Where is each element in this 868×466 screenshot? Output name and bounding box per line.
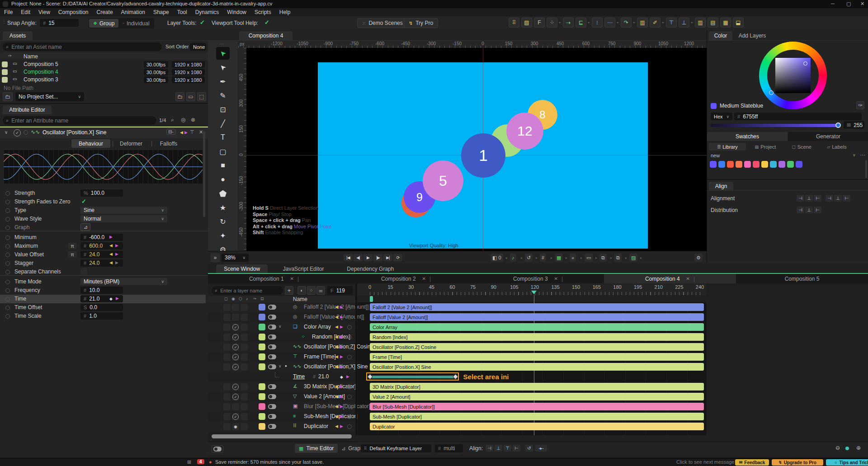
tab-falloffs[interactable]: Falloffs: [153, 139, 184, 148]
close-tab-icon[interactable]: ✕: [290, 276, 294, 281]
color-swatch[interactable]: [727, 161, 734, 168]
connection-dot[interactable]: [5, 226, 10, 230]
polygon-tool[interactable]: [216, 187, 230, 200]
loop-button[interactable]: ⟳: [393, 254, 402, 261]
close-tab-icon[interactable]: ✕: [686, 276, 690, 281]
layer-toggle-cell[interactable]: [223, 314, 231, 321]
chevron-right-icon[interactable]: ▸: [595, 256, 597, 260]
rows-icon[interactable]: ▤: [708, 18, 718, 28]
chevron-down-icon[interactable]: ∨: [278, 324, 282, 329]
chevron-down-icon[interactable]: ∨: [5, 130, 8, 135]
timeline-bar[interactable]: 3D Matrix [Duplicator]: [370, 383, 704, 391]
stack-view-icon[interactable]: ⧉: [614, 254, 622, 262]
layer-toggle-cell[interactable]: [241, 383, 248, 391]
alignment-button-1[interactable]: ⊣: [797, 195, 804, 202]
layer-visibility-toggle[interactable]: [268, 414, 276, 419]
magenta-arrow-icon[interactable]: ▶: [115, 252, 118, 256]
connection-dot[interactable]: [5, 288, 10, 293]
yellow-arrow-icon[interactable]: ◀: [109, 261, 113, 265]
layer-toggle-cell[interactable]: [223, 304, 231, 311]
asset-color-chip[interactable]: [2, 69, 8, 75]
attribute-field[interactable]: %100.0: [80, 189, 123, 197]
layer-row-time-attribute[interactable]: Time#21.0◆▶: [208, 372, 357, 382]
prev-keyframe-icon[interactable]: ◀: [180, 131, 183, 135]
layer-color-chip[interactable]: [259, 344, 265, 350]
close-tab-icon[interactable]: ✕: [554, 276, 558, 281]
monitor-button[interactable]: ▭: [186, 92, 195, 101]
layer-row[interactable]: ✓▽Value 2 [Amount]◀▶: [208, 392, 357, 402]
alpha-slider-handle[interactable]: [835, 122, 841, 128]
tab-swatches[interactable]: Swatches: [707, 132, 788, 141]
keyframe-circle-icon[interactable]: [347, 305, 352, 310]
keyframe-circle-icon[interactable]: [347, 414, 352, 419]
footer-align-button-2[interactable]: ⊥: [495, 445, 502, 452]
alignment-button-3[interactable]: ⊢: [814, 195, 821, 202]
layer-row[interactable]: ✓∿∿Oscillator [Position.Z] Cosine◀▶: [208, 342, 357, 352]
layer-visibility-toggle[interactable]: [268, 404, 276, 409]
align-flag-icon[interactable]: ⊑: [576, 18, 586, 28]
keyframe-diamond-icon[interactable]: ◆: [109, 297, 113, 301]
tab-color[interactable]: Color: [709, 31, 732, 40]
current-frame-field[interactable]: F119: [327, 286, 353, 295]
layer-toggle-cell[interactable]: [241, 324, 248, 331]
menu-item-edit[interactable]: Edit: [17, 9, 34, 15]
asset-row[interactable]: ▭Composition 430.00fps1920 x 1080: [0, 68, 208, 76]
attribute-field[interactable]: #-600.0▶: [80, 234, 123, 241]
rotate-tool[interactable]: ↻: [216, 215, 230, 228]
folder-button[interactable]: 🗀: [175, 92, 184, 101]
pencil-tool[interactable]: ✎: [216, 89, 230, 102]
timeline-bar[interactable]: Duplicator: [370, 423, 704, 430]
tips-and-tricks-button[interactable]: ☼Tips and Tricks: [826, 459, 868, 466]
fast-forward-icon[interactable]: »: [570, 254, 576, 262]
connection-dot[interactable]: [5, 280, 10, 284]
upgrade-to-pro-button[interactable]: ↯Upgrade to Pro: [772, 459, 823, 466]
comp-tab-4[interactable]: Composition 4✕|: [604, 274, 736, 283]
scatter-icon[interactable]: ⁘: [547, 18, 557, 28]
layer-toggle-cell[interactable]: [241, 403, 248, 410]
split-view-icon[interactable]: ⧉: [599, 254, 607, 262]
pi-badge[interactable]: π: [68, 251, 77, 258]
tab-library[interactable]: ☰Library: [709, 143, 746, 151]
layer-color-chip[interactable]: [259, 353, 265, 360]
layer-toggle-cell[interactable]: [241, 413, 248, 420]
zoom-in-icon[interactable]: ⊕: [856, 445, 861, 451]
color-swatch[interactable]: [770, 161, 777, 168]
layer-visibility-toggle[interactable]: [268, 325, 276, 329]
chevron-right-icon[interactable]: ▸: [506, 256, 508, 260]
attribute-row-strength-fades-to-zero[interactable]: Strength Fades to Zero✓: [0, 198, 206, 206]
attribute-field[interactable]: #1.0: [80, 312, 123, 320]
tab-scene[interactable]: ▢Scene: [785, 143, 818, 151]
align-top-icon[interactable]: ⊤: [666, 18, 677, 28]
distribution-button-2[interactable]: ⊥: [805, 207, 813, 213]
select-tool[interactable]: ➤: [216, 47, 230, 60]
chevron-right-icon[interactable]: ▸: [625, 256, 627, 260]
layer-tools-check[interactable]: ✓: [200, 19, 205, 26]
chevron-right-icon[interactable]: ▸: [617, 20, 619, 24]
magenta-arrow-icon[interactable]: ▶: [115, 244, 118, 248]
lasso-icon[interactable]: ✐: [650, 18, 660, 28]
layer-toggle-cell[interactable]: [223, 363, 231, 371]
layer-toggle-cell[interactable]: ✓: [232, 413, 239, 420]
next-keyframe-icon[interactable]: ▶: [340, 414, 343, 419]
chevron-right-icon[interactable]: ▸: [640, 256, 642, 260]
trash-button[interactable]: ⬚: [197, 92, 206, 101]
layer-toggle-cell[interactable]: [223, 334, 231, 341]
selection-box[interactable]: [366, 372, 459, 381]
attribute-dropdown[interactable]: Normal∨: [80, 215, 167, 222]
alignment-button-5[interactable]: ⊥: [834, 195, 842, 202]
tab-add-layers[interactable]: Add Layers: [733, 31, 771, 40]
menu-item-help[interactable]: Help: [275, 9, 295, 15]
menu-item-dynamics[interactable]: Dynamics: [191, 9, 223, 15]
timeline-bar[interactable]: Falloff [Value 2 [Amount]]: [370, 313, 704, 321]
menu-item-scripts[interactable]: Scripts: [250, 9, 275, 15]
layer-toggle-cell[interactable]: [232, 403, 239, 410]
transform-tool[interactable]: ▢: [216, 145, 230, 158]
chevron-right-icon[interactable]: ▸: [559, 20, 561, 24]
zoom-out-icon[interactable]: ⊖: [835, 445, 840, 451]
clapper-icon[interactable]: ⬓: [733, 18, 744, 28]
close-node-icon[interactable]: ✕: [199, 129, 203, 135]
layer-row[interactable]: ✓∡3D Matrix [Duplicator]◀▶: [208, 382, 357, 392]
keyframe-layer-dropdown[interactable]: ⠿Default Keyframe Layer: [361, 444, 431, 452]
tab-deformer[interactable]: Deformer: [113, 139, 149, 148]
layer-toggle-cell[interactable]: ✓: [232, 334, 239, 341]
